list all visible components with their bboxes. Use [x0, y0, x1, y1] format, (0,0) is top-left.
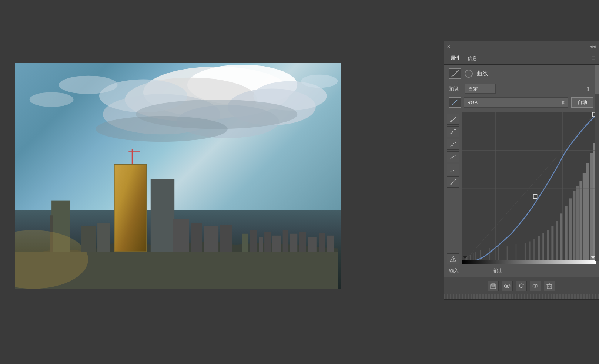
curves-adjustment-icon[interactable] — [449, 68, 461, 79]
panel-resize-handle[interactable] — [444, 294, 599, 299]
svg-point-47 — [453, 260, 454, 261]
pencil-tool[interactable] — [447, 164, 459, 175]
svg-rect-21 — [299, 232, 306, 252]
svg-marker-96 — [523, 284, 524, 285]
curves-header: 曲线 — [444, 65, 599, 82]
svg-rect-99 — [547, 284, 552, 289]
panel-scrollbar[interactable] — [595, 65, 599, 261]
tab-properties[interactable]: 属性 — [447, 53, 464, 64]
panel-content: 曲线 预设: 自定 默认 增强对比度 线性对比度 中等对比度 ⬍ — [444, 65, 599, 277]
svg-rect-17 — [264, 232, 271, 252]
preset-select[interactable]: 自定 默认 增强对比度 线性对比度 中等对比度 — [465, 84, 496, 94]
output-label: 输出: — [493, 267, 505, 274]
svg-rect-18 — [272, 235, 281, 252]
svg-rect-76 — [583, 173, 586, 264]
tool-strip — [446, 112, 460, 264]
channel-row: RGB 红 绿 蓝 ⬍ 自动 — [444, 95, 599, 110]
svg-rect-14 — [242, 233, 248, 252]
svg-point-10 — [59, 76, 118, 94]
svg-point-9 — [96, 116, 228, 142]
svg-rect-16 — [259, 237, 263, 252]
delete-button[interactable] — [544, 281, 555, 291]
layer-visibility-dot[interactable] — [465, 70, 473, 78]
svg-point-12 — [301, 75, 338, 88]
panel-close-button[interactable]: ✕ — [447, 44, 451, 49]
svg-rect-28 — [115, 165, 146, 251]
svg-rect-73 — [573, 191, 575, 264]
svg-rect-29 — [151, 179, 174, 252]
svg-rect-38 — [220, 225, 232, 252]
smooth-curve-tool[interactable] — [447, 176, 459, 188]
svg-rect-19 — [283, 230, 288, 252]
tab-info[interactable]: 信息 — [464, 53, 481, 64]
svg-point-98 — [535, 285, 536, 287]
clip-to-layer-button[interactable] — [488, 281, 499, 291]
svg-rect-37 — [204, 226, 218, 252]
warning-tool[interactable] — [447, 253, 459, 264]
photo-canvas — [15, 63, 341, 289]
svg-rect-22 — [308, 237, 317, 252]
curves-title: 曲线 — [476, 70, 488, 78]
svg-rect-74 — [576, 186, 579, 264]
svg-rect-69 — [556, 221, 558, 264]
svg-point-11 — [30, 92, 74, 107]
svg-rect-15 — [250, 230, 257, 252]
svg-line-43 — [451, 146, 451, 147]
auto-button[interactable]: 自动 — [571, 97, 593, 108]
channel-select[interactable]: RGB 红 绿 蓝 — [464, 97, 568, 108]
svg-rect-78 — [590, 153, 593, 264]
svg-rect-71 — [565, 206, 568, 264]
preset-label: 预设: — [449, 85, 462, 92]
svg-rect-20 — [290, 233, 297, 252]
svg-rect-93 — [492, 284, 495, 286]
input-output-row: 输入: 输出: — [444, 264, 599, 277]
eyedropper-midtone-tool[interactable] — [447, 126, 459, 137]
svg-rect-24 — [327, 235, 334, 252]
svg-rect-35 — [173, 219, 189, 252]
svg-rect-23 — [319, 233, 325, 252]
properties-panel: ✕ ◀◀ 属性 信息 ☰ 曲线 预设: 自定 — [444, 41, 599, 300]
panel-bottom-toolbar — [444, 277, 599, 294]
svg-rect-67 — [547, 230, 549, 264]
input-label: 输入: — [449, 267, 460, 274]
panel-tabs: 属性 信息 ☰ — [444, 52, 599, 65]
preset-row: 预设: 自定 默认 增强对比度 线性对比度 中等对比度 ⬍ — [444, 82, 599, 95]
svg-point-42 — [450, 121, 452, 122]
reset-button[interactable] — [516, 281, 527, 291]
channel-select-wrap: RGB 红 绿 蓝 ⬍ — [464, 97, 568, 108]
visibility-alt-button[interactable] — [530, 281, 541, 291]
svg-rect-75 — [579, 181, 582, 264]
eyedropper-shadow-tool[interactable] — [447, 139, 459, 150]
panel-collapse-button[interactable]: ◀◀ — [590, 44, 596, 48]
curve-canvas[interactable] — [462, 112, 596, 264]
eyedropper-highlight-tool[interactable] — [447, 114, 459, 125]
svg-rect-70 — [560, 213, 562, 264]
black-point-triangle[interactable] — [463, 256, 467, 259]
scroll-thumb[interactable] — [595, 65, 599, 94]
curve-smooth-tool[interactable] — [447, 151, 459, 162]
panel-menu-icon[interactable]: ☰ — [592, 56, 596, 61]
svg-rect-72 — [569, 198, 572, 264]
curve-type-icon[interactable] — [449, 97, 461, 108]
svg-rect-77 — [586, 163, 589, 264]
svg-rect-68 — [551, 226, 553, 264]
svg-rect-34 — [97, 223, 110, 252]
panel-titlebar: ✕ ◀◀ — [444, 41, 599, 52]
visibility-on-button[interactable] — [502, 281, 513, 291]
svg-rect-33 — [81, 226, 96, 252]
svg-rect-36 — [191, 223, 202, 252]
curve-section — [444, 110, 599, 264]
